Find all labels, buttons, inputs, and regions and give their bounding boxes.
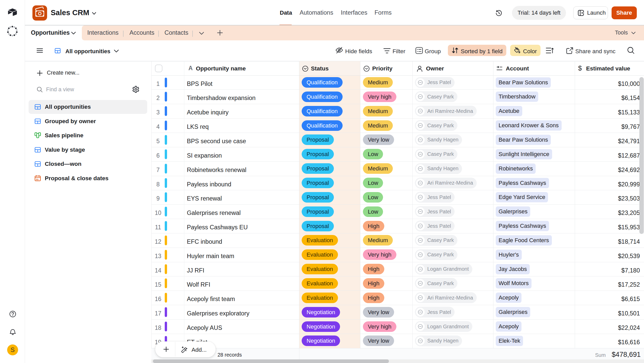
svg-text:31: 31 <box>36 178 39 181</box>
